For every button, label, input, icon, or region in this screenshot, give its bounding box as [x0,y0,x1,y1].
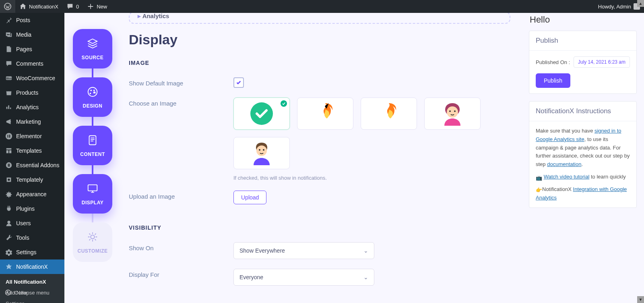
sidebar-item-label: Marketing [16,118,41,125]
sidebar-item-posts[interactable]: Posts [0,13,64,27]
display-for-label: Display For [129,269,233,278]
users-icon [5,219,13,227]
show-on-value: Show Everywhere [239,247,285,254]
instructions-metabox: NotificationX Instructions Make sure tha… [529,101,637,208]
svg-rect-13 [89,135,96,145]
sidebar-item-notificationx[interactable]: NotificationX [0,259,64,274]
site-home[interactable]: NotificationX [15,0,62,13]
nx-icon [5,263,13,271]
sidebar-item-media[interactable]: Media [0,27,64,42]
sidebar-item-elementor[interactable]: Elementor [0,129,64,143]
sidebar-item-users[interactable]: Users [0,216,64,230]
elementor-icon [5,132,13,140]
sidebar-item-templates[interactable]: Templates [0,143,64,158]
layers-icon [87,37,99,51]
finger-icon: 👉 [536,186,542,193]
sidebar-item-label: Templately [16,176,43,183]
published-on-label: Published On : [536,59,570,65]
tv-icon: 📺 [536,174,542,181]
display-for-value: Everyone [239,274,263,280]
sidebar-item-label: Tools [16,235,29,241]
sidebar-item-comments[interactable]: Comments [0,56,64,71]
sidebar-item-products[interactable]: Products [0,85,64,100]
sidebar-item-label: Comments [16,60,43,67]
step-source[interactable]: SOURCE [73,29,112,68]
sidebar-item-label: Plugins [16,205,35,212]
new-content[interactable]: New [83,0,111,13]
howdy-user[interactable]: Howdy, Admin [594,0,644,13]
settings-icon [5,248,13,256]
new-label: New [97,4,107,10]
submenu-all-notificationx[interactable]: All NotificationX [0,276,64,287]
collapse-menu[interactable]: Collapse menu [0,286,64,299]
publish-button[interactable]: Publish [536,73,570,88]
published-on-date[interactable]: July 14, 2021 6:23 am [574,56,630,68]
svg-point-19 [454,110,456,112]
upload-button[interactable]: Upload [233,191,266,204]
image-option-flame-1[interactable] [297,98,353,130]
ea-icon [5,161,13,169]
svg-rect-14 [88,185,97,191]
step-customize[interactable]: CUSTOMIZE [73,222,112,262]
hello-heading: Hello [529,13,637,31]
media-icon [5,31,13,39]
page-title: Display [129,32,510,48]
comments-link[interactable]: 0 [62,0,83,13]
step-display[interactable]: DISPLAY [73,174,112,214]
step-content[interactable]: CONTENT [73,126,112,165]
step-design[interactable]: DESIGN [73,77,112,117]
svg-point-7 [8,251,10,253]
svg-point-22 [263,149,264,151]
step-connector [92,68,93,77]
show-on-select[interactable]: Show Everywhere ⌄ [233,242,374,259]
image-option-check-0[interactable] [233,98,290,130]
image-option-avatar_pink-3[interactable] [424,98,481,130]
svg-point-17 [447,106,458,118]
svg-text:Woo: Woo [6,77,12,80]
sidebar-item-label: Templates [16,147,42,154]
templately-icon [5,176,13,184]
sidebar-item-pages[interactable]: Pages [0,42,64,56]
sidebar-item-label: Settings [16,249,37,255]
sidebar-item-appearance[interactable]: Appearance [0,187,64,201]
documentation-link[interactable]: documentation [547,161,581,167]
monitor-icon [87,183,99,196]
sidebar-item-label: WooCommerce [16,75,55,81]
sidebar-item-tools[interactable]: Tools [0,230,64,245]
sidebar-item-label: Appearance [16,191,47,197]
step-label: SOURCE [82,55,103,60]
gear-icon [87,231,99,244]
chevron-down-icon: ⌄ [363,274,368,280]
comments-count: 0 [76,4,79,10]
sidebar-item-settings[interactable]: Settings [0,245,64,259]
sidebar-item-templately[interactable]: Templately [0,172,64,187]
svg-point-18 [449,110,451,112]
scroll-down-icon[interactable]: ▼ [637,296,644,303]
video-tutorial-link[interactable]: Watch video tutorial [544,174,590,180]
svg-point-8 [6,290,11,295]
svg-point-21 [259,149,260,151]
show-default-image-checkbox[interactable] [233,77,244,88]
svg-point-10 [90,89,92,91]
image-option-avatar_blue-4[interactable] [233,137,290,169]
woo-icon: Woo [5,74,13,82]
howdy-text: Howdy, Admin [598,4,631,10]
svg-point-15 [91,235,94,239]
appearance-icon [5,190,13,198]
wp-logo[interactable] [0,0,15,13]
display-for-select[interactable]: Everyone ⌄ [233,269,374,286]
sidebar-item-analytics[interactable]: Analytics [0,100,64,114]
analytics-breadcrumb: Analytics [129,13,510,24]
instructions-title: NotificationX Instructions [529,102,636,121]
sidebar-item-marketing[interactable]: Marketing [0,114,64,129]
show-on-label: Show On [129,242,233,251]
image-option-flame-2[interactable] [361,98,417,130]
sidebar-item-plugins[interactable]: Plugins [0,201,64,216]
scroll-up-icon[interactable]: ▲ [637,0,644,7]
pages-icon [5,45,13,53]
sidebar-item-woocommerce[interactable]: WooWooCommerce [0,71,64,85]
choose-image-label: Choose an Image [129,98,233,107]
sidebar-item-label: Products [16,89,38,96]
sidebar-item-essential-addons[interactable]: Essential Addons [0,158,64,172]
step-connector [92,214,93,222]
